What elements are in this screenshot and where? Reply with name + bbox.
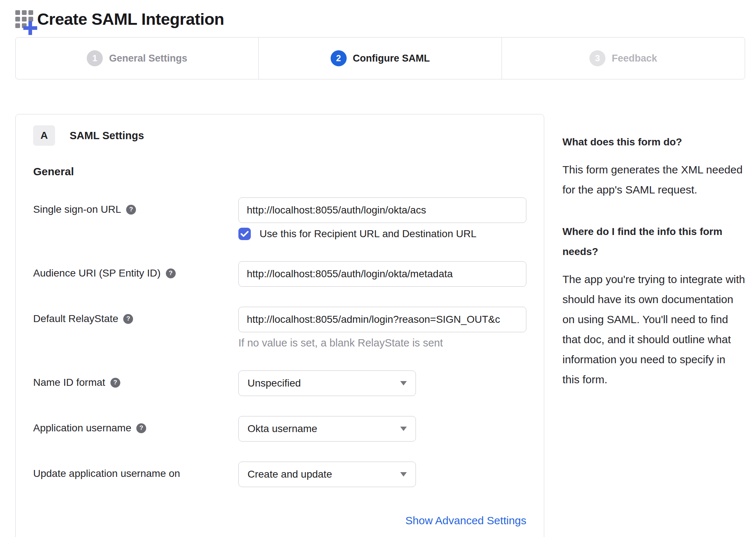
step-configure-saml[interactable]: 2 Configure SAML <box>259 38 502 79</box>
help-heading-what: What does this form do? <box>562 132 745 152</box>
page-title: Create SAML Integration <box>37 7 224 31</box>
create-saml-integration-page: Create SAML Integration 1 General Settin… <box>0 0 756 537</box>
step-1-label: General Settings <box>109 53 187 64</box>
sso-url-help-icon[interactable]: ? <box>126 205 136 215</box>
application-username-value: Okta username <box>248 423 317 435</box>
default-relaystate-help-icon[interactable]: ? <box>123 314 133 324</box>
name-id-format-label: Name ID format <box>33 377 105 388</box>
recipient-url-checkbox-row: Use this for Recipient URL and Destinati… <box>238 228 544 240</box>
update-app-username-select[interactable]: Create and update <box>238 462 416 487</box>
step-1-number-badge: 1 <box>87 50 103 66</box>
help-heading-where: Where do I find the info this form needs… <box>562 222 745 262</box>
application-username-label: Application username <box>33 422 131 434</box>
application-username-help-icon[interactable]: ? <box>136 423 146 433</box>
section-title: SAML Settings <box>70 130 144 142</box>
page-header: Create SAML Integration <box>15 0 745 37</box>
step-feedback[interactable]: 3 Feedback <box>502 38 745 79</box>
recipient-url-checkbox-label[interactable]: Use this for Recipient URL and Destinati… <box>260 228 476 240</box>
audience-uri-label: Audience URI (SP Entity ID) <box>33 267 161 279</box>
name-id-format-row: Name ID format? Unspecified <box>33 371 544 396</box>
section-header: A SAML Settings <box>33 125 544 146</box>
application-username-select[interactable]: Okta username <box>238 416 416 442</box>
step-3-number-badge: 3 <box>589 50 605 66</box>
name-id-format-help-icon[interactable]: ? <box>110 378 120 388</box>
default-relaystate-label: Default RelayState <box>33 313 118 324</box>
application-username-row: Application username? Okta username <box>33 416 544 442</box>
update-app-username-row: Update application username on Create an… <box>33 462 544 487</box>
audience-uri-input[interactable] <box>238 261 526 287</box>
step-general-settings[interactable]: 1 General Settings <box>16 38 259 79</box>
checkmark-icon <box>241 231 249 237</box>
sso-url-label: Single sign-on URL <box>33 204 121 215</box>
audience-uri-help-icon[interactable]: ? <box>166 268 176 278</box>
default-relaystate-row: Default RelayState? <box>33 307 544 332</box>
saml-settings-card: A SAML Settings General Single sign-on U… <box>15 114 544 537</box>
wizard-stepper: 1 General Settings 2 Configure SAML 3 Fe… <box>15 37 745 79</box>
default-relaystate-input[interactable] <box>238 307 526 332</box>
app-grid-plus-icon <box>15 10 36 31</box>
chevron-down-icon <box>400 381 407 385</box>
step-2-label: Configure SAML <box>353 53 430 64</box>
help-body-where: The app you're trying to integrate with … <box>562 269 745 389</box>
update-app-username-value: Create and update <box>248 469 332 480</box>
general-group-title: General <box>33 165 544 178</box>
sso-url-row: Single sign-on URL? <box>33 197 544 223</box>
name-id-format-value: Unspecified <box>248 377 301 389</box>
sso-url-input[interactable] <box>238 197 526 223</box>
audience-uri-row: Audience URI (SP Entity ID)? <box>33 261 544 287</box>
chevron-down-icon <box>400 472 407 477</box>
update-app-username-label: Update application username on <box>33 468 180 479</box>
relaystate-hint-text: If no value is set, a blank RelayState i… <box>238 337 544 350</box>
recipient-url-checkbox[interactable] <box>238 228 251 240</box>
show-advanced-settings-link[interactable]: Show Advanced Settings <box>405 514 526 526</box>
name-id-format-select[interactable]: Unspecified <box>238 371 416 396</box>
step-3-label: Feedback <box>612 53 657 64</box>
plus-icon <box>23 20 38 36</box>
help-panel: What does this form do? This form genera… <box>562 114 745 389</box>
help-body-what: This form generates the XML needed for t… <box>562 160 745 200</box>
section-a-badge: A <box>33 125 55 146</box>
chevron-down-icon <box>400 427 407 431</box>
step-2-number-badge: 2 <box>331 50 347 66</box>
